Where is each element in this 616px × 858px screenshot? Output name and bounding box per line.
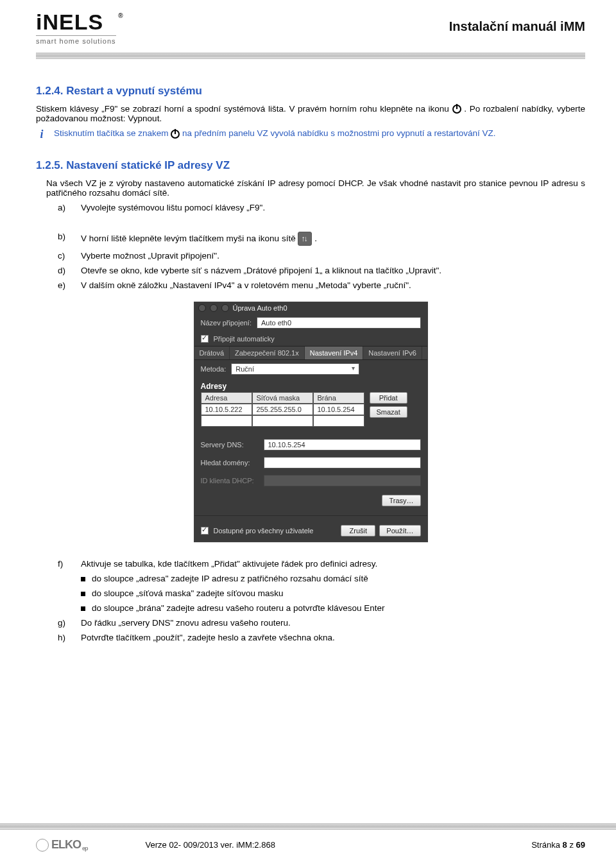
step-b: b) V horní liště klepněte levým tlačítke… [58, 232, 585, 246]
step-text: V dalším okně záložku „Nastavení IPv4" a… [81, 280, 411, 290]
ordered-steps: a) Vyvolejte systémovou lištu pomocí klá… [58, 203, 585, 290]
cell-mask[interactable]: 255.255.255.0 [252, 404, 313, 415]
footer-logo-suffix: ep [82, 845, 88, 852]
step-key: d) [58, 266, 73, 275]
dhcp-id-input [264, 475, 421, 486]
step-g: g) Do řádku „servery DNS" znovu adresu v… [58, 618, 585, 628]
method-row: Metoda: Ruční [194, 360, 427, 378]
dns-label: Servery DNS: [201, 441, 259, 449]
section-124-heading: 1.2.4. Restart a vypnutí systému [36, 85, 585, 98]
bullet-icon [81, 606, 85, 611]
dialog-tabs: Drátová Zabezpečení 802.1x Nastavení IPv… [194, 346, 427, 360]
footer-version: Verze 02- 009/2013 ver. iMM:2.868 [88, 840, 532, 850]
info-text-a: Stisknutím tlačítka se znakem [54, 128, 171, 138]
footer-logo-icon [36, 839, 49, 852]
delete-button[interactable]: Smazat [370, 406, 407, 418]
step-text: V horní liště klepněte levým tlačítkem m… [81, 232, 317, 246]
autoconnect-row: Připojit automaticky [194, 332, 427, 346]
dhcp-id-label: ID klienta DHCP: [201, 477, 259, 485]
search-domains-label: Hledat domény: [201, 459, 259, 467]
bullet-icon [81, 577, 85, 581]
info-note: i Stisknutím tlačítka se znakem na předn… [36, 128, 585, 141]
step-key: e) [58, 280, 73, 290]
dialog-action-row: Dostupné pro všechny uživatele Zrušit Po… [194, 520, 427, 542]
page-footer: ELKO ep Verze 02- 009/2013 ver. iMM:2.86… [0, 838, 616, 852]
cell-empty[interactable] [201, 415, 252, 427]
step-text: Aktivuje se tabulka, kde tlačítkem „Přid… [81, 559, 377, 569]
network-dialog-screenshot: Úprava Auto eth0 Název připojení: Auto e… [194, 302, 428, 542]
window-close-icon[interactable] [221, 304, 229, 312]
dhcp-id-row: ID klienta DHCP: [194, 472, 427, 490]
connection-name-input[interactable]: Auto eth0 [257, 317, 421, 329]
step-e: e) V dalším okně záložku „Nastavení IPv4… [58, 280, 585, 290]
cell-empty[interactable] [252, 415, 313, 427]
step-text: Vyberte možnost „Upravit připojení". [81, 251, 219, 261]
section-124-p1a: Stiskem klávesy „F9" se zobrazí horní a … [36, 104, 452, 114]
cancel-button[interactable]: Zrušit [341, 525, 375, 536]
addresses-header: Adresy [194, 378, 427, 392]
step-key: f) [58, 559, 73, 569]
list-item: do sloupce „síťová maska" zadejte síťovo… [81, 588, 585, 598]
bullet-icon [81, 592, 85, 596]
step-key: c) [58, 251, 73, 261]
autoconnect-checkbox[interactable] [201, 335, 209, 343]
info-text: Stisknutím tlačítka se znakem na předním… [54, 128, 585, 138]
routes-button[interactable]: Trasy… [382, 495, 420, 506]
step-key: g) [58, 618, 73, 628]
footer-divider [0, 823, 616, 830]
step-c: c) Vyberte možnost „Upravit připojení". [58, 251, 585, 261]
step-text: Potvrďte tlačítkem „použít", zadejte hes… [81, 633, 335, 642]
col-mask: Síťová maska [252, 392, 313, 404]
tab-wired[interactable]: Drátová [194, 347, 230, 359]
available-all-label: Dostupné pro všechny uživatele [214, 527, 314, 535]
list-item: do sloupce „brána" zadejte adresu vašeho… [81, 603, 585, 613]
col-address: Adresa [201, 392, 252, 404]
connection-name-label: Název připojení: [201, 319, 252, 327]
step-text: Otevře se okno, kde vyberte síť s názvem… [81, 266, 441, 275]
step-text: Do řádku „servery DNS" znovu adresu vaše… [81, 618, 291, 628]
page-header: iNELS smart home solutions Instalační ma… [36, 8, 585, 47]
brand-block: iNELS smart home solutions [36, 12, 116, 45]
autoconnect-label: Připojit automaticky [214, 335, 275, 343]
cell-address[interactable]: 10.10.5.222 [201, 404, 252, 415]
info-text-b: na předním panelu VZ vyvolá nabídku s mo… [182, 128, 496, 138]
routes-row: Trasy… [194, 490, 427, 511]
brand-logo-text: iNELS [36, 12, 116, 32]
dialog-titlebar: Úprava Auto eth0 [194, 302, 427, 314]
ordered-steps-continued: f) Aktivuje se tabulka, kde tlačítkem „P… [58, 559, 585, 569]
dialog-title: Úprava Auto eth0 [233, 304, 287, 312]
dns-row: Servery DNS: 10.10.5.254 [194, 436, 427, 454]
col-gateway: Brána [313, 392, 364, 404]
step-key: h) [58, 633, 73, 642]
step-text: Vyvolejte systémovou lištu pomocí kláves… [81, 203, 265, 212]
step-h: h) Potvrďte tlačítkem „použít", zadejte … [58, 633, 585, 642]
window-button[interactable] [210, 304, 218, 312]
document-title: Instalační manuál iMM [449, 12, 585, 34]
power-icon [171, 130, 180, 139]
section-124-p1: Stiskem klávesy „F9" se zobrazí horní a … [36, 104, 585, 123]
header-divider [36, 53, 585, 59]
cell-gateway[interactable]: 10.10.5.254 [313, 404, 364, 415]
footer-logo: ELKO ep [36, 838, 88, 852]
tab-ipv6[interactable]: Nastavení IPv6 [363, 347, 422, 359]
tab-8021x[interactable]: Zabezpečení 802.1x [230, 347, 305, 359]
method-select[interactable]: Ruční [231, 363, 359, 375]
connection-name-row: Název připojení: Auto eth0 [194, 314, 427, 332]
footer-page: Stránka 8 z 69 [531, 840, 585, 850]
step-f: f) Aktivuje se tabulka, kde tlačítkem „P… [58, 559, 585, 569]
method-label: Metoda: [201, 365, 227, 373]
apply-button[interactable]: Použít… [379, 525, 420, 536]
search-domains-input[interactable] [264, 457, 421, 468]
ordered-steps-end: g) Do řádku „servery DNS" znovu adresu v… [58, 618, 585, 642]
step-a: a) Vyvolejte systémovou lištu pomocí klá… [58, 203, 585, 212]
add-button[interactable]: Přidat [370, 392, 407, 404]
document-body: 1.2.4. Restart a vypnutí systému Stiskem… [36, 85, 585, 642]
available-all-checkbox[interactable] [201, 527, 209, 535]
footer-logo-text: ELKO [51, 838, 81, 852]
section-125-heading: 1.2.5. Nastavení statické IP adresy VZ [36, 159, 585, 172]
brand-tagline: smart home solutions [36, 33, 116, 44]
cell-empty[interactable] [313, 415, 364, 427]
window-button[interactable] [198, 304, 206, 312]
tab-ipv4[interactable]: Nastavení IPv4 [305, 347, 364, 359]
dns-input[interactable]: 10.10.5.254 [264, 439, 421, 450]
